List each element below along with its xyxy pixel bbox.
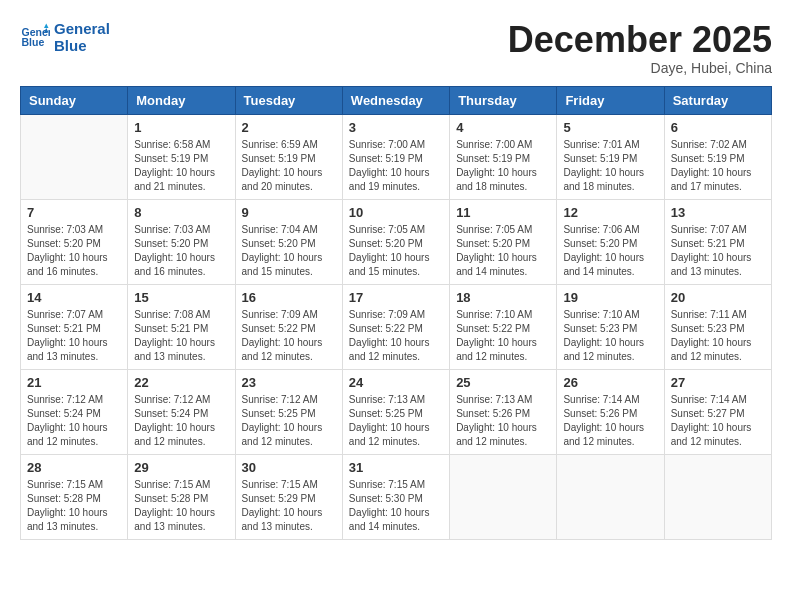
- day-info: Sunrise: 7:12 AM Sunset: 5:24 PM Dayligh…: [134, 393, 228, 449]
- calendar-cell: 8Sunrise: 7:03 AM Sunset: 5:20 PM Daylig…: [128, 199, 235, 284]
- day-number: 9: [242, 205, 336, 220]
- day-number: 8: [134, 205, 228, 220]
- day-number: 26: [563, 375, 657, 390]
- calendar-cell: 3Sunrise: 7:00 AM Sunset: 5:19 PM Daylig…: [342, 114, 449, 199]
- day-number: 24: [349, 375, 443, 390]
- calendar-cell: 22Sunrise: 7:12 AM Sunset: 5:24 PM Dayli…: [128, 369, 235, 454]
- calendar-cell: 15Sunrise: 7:08 AM Sunset: 5:21 PM Dayli…: [128, 284, 235, 369]
- day-number: 13: [671, 205, 765, 220]
- day-number: 22: [134, 375, 228, 390]
- day-number: 15: [134, 290, 228, 305]
- weekday-header-row: SundayMondayTuesdayWednesdayThursdayFrid…: [21, 86, 772, 114]
- calendar-cell: 14Sunrise: 7:07 AM Sunset: 5:21 PM Dayli…: [21, 284, 128, 369]
- weekday-header-wednesday: Wednesday: [342, 86, 449, 114]
- day-number: 17: [349, 290, 443, 305]
- day-info: Sunrise: 7:14 AM Sunset: 5:27 PM Dayligh…: [671, 393, 765, 449]
- calendar-cell: 20Sunrise: 7:11 AM Sunset: 5:23 PM Dayli…: [664, 284, 771, 369]
- day-info: Sunrise: 7:15 AM Sunset: 5:28 PM Dayligh…: [134, 478, 228, 534]
- month-title: December 2025: [508, 20, 772, 60]
- day-number: 20: [671, 290, 765, 305]
- day-number: 5: [563, 120, 657, 135]
- day-number: 25: [456, 375, 550, 390]
- day-number: 19: [563, 290, 657, 305]
- day-number: 27: [671, 375, 765, 390]
- day-number: 11: [456, 205, 550, 220]
- day-info: Sunrise: 7:07 AM Sunset: 5:21 PM Dayligh…: [27, 308, 121, 364]
- calendar-cell: 4Sunrise: 7:00 AM Sunset: 5:19 PM Daylig…: [450, 114, 557, 199]
- day-info: Sunrise: 7:04 AM Sunset: 5:20 PM Dayligh…: [242, 223, 336, 279]
- weekday-header-saturday: Saturday: [664, 86, 771, 114]
- day-info: Sunrise: 7:12 AM Sunset: 5:25 PM Dayligh…: [242, 393, 336, 449]
- calendar-cell: 18Sunrise: 7:10 AM Sunset: 5:22 PM Dayli…: [450, 284, 557, 369]
- calendar-cell: 2Sunrise: 6:59 AM Sunset: 5:19 PM Daylig…: [235, 114, 342, 199]
- day-info: Sunrise: 7:09 AM Sunset: 5:22 PM Dayligh…: [349, 308, 443, 364]
- title-block: December 2025 Daye, Hubei, China: [508, 20, 772, 76]
- day-number: 29: [134, 460, 228, 475]
- day-number: 16: [242, 290, 336, 305]
- calendar-cell: 24Sunrise: 7:13 AM Sunset: 5:25 PM Dayli…: [342, 369, 449, 454]
- calendar-cell: 6Sunrise: 7:02 AM Sunset: 5:19 PM Daylig…: [664, 114, 771, 199]
- day-number: 7: [27, 205, 121, 220]
- calendar-week-row: 1Sunrise: 6:58 AM Sunset: 5:19 PM Daylig…: [21, 114, 772, 199]
- calendar-cell: 31Sunrise: 7:15 AM Sunset: 5:30 PM Dayli…: [342, 454, 449, 539]
- calendar-cell: 11Sunrise: 7:05 AM Sunset: 5:20 PM Dayli…: [450, 199, 557, 284]
- calendar-cell: 13Sunrise: 7:07 AM Sunset: 5:21 PM Dayli…: [664, 199, 771, 284]
- logo-text: General Blue: [54, 20, 110, 54]
- calendar-cell: [21, 114, 128, 199]
- calendar-cell: 19Sunrise: 7:10 AM Sunset: 5:23 PM Dayli…: [557, 284, 664, 369]
- calendar-week-row: 21Sunrise: 7:12 AM Sunset: 5:24 PM Dayli…: [21, 369, 772, 454]
- day-number: 31: [349, 460, 443, 475]
- calendar-cell: [664, 454, 771, 539]
- calendar-cell: 12Sunrise: 7:06 AM Sunset: 5:20 PM Dayli…: [557, 199, 664, 284]
- day-number: 10: [349, 205, 443, 220]
- day-info: Sunrise: 7:01 AM Sunset: 5:19 PM Dayligh…: [563, 138, 657, 194]
- day-info: Sunrise: 6:59 AM Sunset: 5:19 PM Dayligh…: [242, 138, 336, 194]
- day-number: 6: [671, 120, 765, 135]
- calendar-cell: 7Sunrise: 7:03 AM Sunset: 5:20 PM Daylig…: [21, 199, 128, 284]
- svg-text:Blue: Blue: [22, 36, 45, 48]
- day-info: Sunrise: 7:10 AM Sunset: 5:22 PM Dayligh…: [456, 308, 550, 364]
- weekday-header-friday: Friday: [557, 86, 664, 114]
- day-info: Sunrise: 6:58 AM Sunset: 5:19 PM Dayligh…: [134, 138, 228, 194]
- day-info: Sunrise: 7:08 AM Sunset: 5:21 PM Dayligh…: [134, 308, 228, 364]
- day-number: 1: [134, 120, 228, 135]
- calendar-cell: 28Sunrise: 7:15 AM Sunset: 5:28 PM Dayli…: [21, 454, 128, 539]
- weekday-header-sunday: Sunday: [21, 86, 128, 114]
- day-info: Sunrise: 7:09 AM Sunset: 5:22 PM Dayligh…: [242, 308, 336, 364]
- day-number: 2: [242, 120, 336, 135]
- day-info: Sunrise: 7:03 AM Sunset: 5:20 PM Dayligh…: [27, 223, 121, 279]
- day-info: Sunrise: 7:15 AM Sunset: 5:30 PM Dayligh…: [349, 478, 443, 534]
- day-number: 14: [27, 290, 121, 305]
- day-info: Sunrise: 7:03 AM Sunset: 5:20 PM Dayligh…: [134, 223, 228, 279]
- logo-icon: General Blue: [20, 22, 50, 52]
- calendar-week-row: 28Sunrise: 7:15 AM Sunset: 5:28 PM Dayli…: [21, 454, 772, 539]
- day-number: 28: [27, 460, 121, 475]
- calendar-cell: 21Sunrise: 7:12 AM Sunset: 5:24 PM Dayli…: [21, 369, 128, 454]
- day-info: Sunrise: 7:05 AM Sunset: 5:20 PM Dayligh…: [349, 223, 443, 279]
- page-header: General Blue General Blue December 2025 …: [20, 20, 772, 76]
- calendar-cell: 16Sunrise: 7:09 AM Sunset: 5:22 PM Dayli…: [235, 284, 342, 369]
- day-number: 4: [456, 120, 550, 135]
- day-info: Sunrise: 7:05 AM Sunset: 5:20 PM Dayligh…: [456, 223, 550, 279]
- day-info: Sunrise: 7:10 AM Sunset: 5:23 PM Dayligh…: [563, 308, 657, 364]
- day-number: 3: [349, 120, 443, 135]
- logo: General Blue General Blue: [20, 20, 110, 54]
- day-info: Sunrise: 7:06 AM Sunset: 5:20 PM Dayligh…: [563, 223, 657, 279]
- calendar-week-row: 7Sunrise: 7:03 AM Sunset: 5:20 PM Daylig…: [21, 199, 772, 284]
- day-number: 12: [563, 205, 657, 220]
- weekday-header-thursday: Thursday: [450, 86, 557, 114]
- calendar-cell: 10Sunrise: 7:05 AM Sunset: 5:20 PM Dayli…: [342, 199, 449, 284]
- weekday-header-monday: Monday: [128, 86, 235, 114]
- day-info: Sunrise: 7:12 AM Sunset: 5:24 PM Dayligh…: [27, 393, 121, 449]
- day-info: Sunrise: 7:11 AM Sunset: 5:23 PM Dayligh…: [671, 308, 765, 364]
- day-info: Sunrise: 7:13 AM Sunset: 5:25 PM Dayligh…: [349, 393, 443, 449]
- calendar-table: SundayMondayTuesdayWednesdayThursdayFrid…: [20, 86, 772, 540]
- calendar-week-row: 14Sunrise: 7:07 AM Sunset: 5:21 PM Dayli…: [21, 284, 772, 369]
- day-number: 18: [456, 290, 550, 305]
- calendar-cell: [450, 454, 557, 539]
- day-info: Sunrise: 7:00 AM Sunset: 5:19 PM Dayligh…: [456, 138, 550, 194]
- day-info: Sunrise: 7:15 AM Sunset: 5:29 PM Dayligh…: [242, 478, 336, 534]
- day-number: 21: [27, 375, 121, 390]
- calendar-cell: 17Sunrise: 7:09 AM Sunset: 5:22 PM Dayli…: [342, 284, 449, 369]
- day-info: Sunrise: 7:15 AM Sunset: 5:28 PM Dayligh…: [27, 478, 121, 534]
